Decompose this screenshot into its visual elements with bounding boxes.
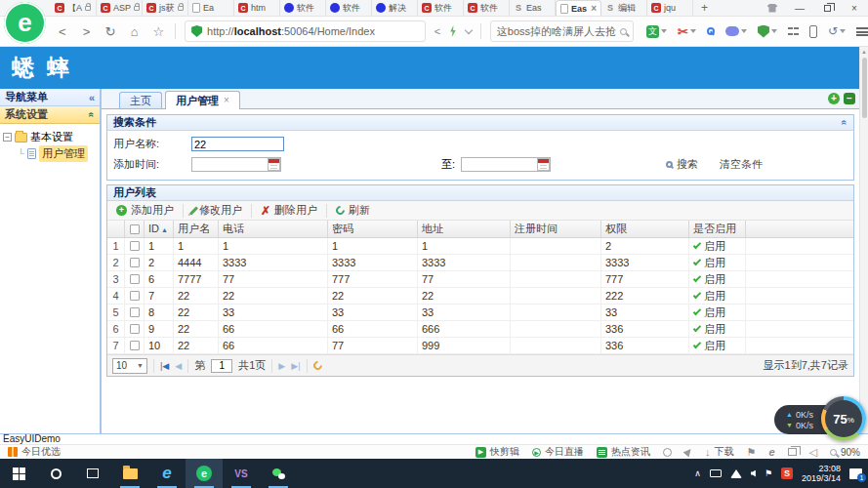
row-checkbox[interactable] [130,241,140,251]
pin-icon[interactable] [682,446,693,457]
tree-node-user-management[interactable]: └ 用户管理 [3,145,97,162]
share-button[interactable]: < [434,25,440,37]
panel-collapse-icon[interactable]: « [840,120,850,126]
tab-user-management[interactable]: 用户管理× [165,91,240,109]
restore-button[interactable] [813,0,841,17]
refresh-button[interactable]: 刷新 [331,202,375,219]
daily-picks-button[interactable]: 今日优选 [8,445,61,459]
row-checkbox[interactable] [130,291,140,301]
search-button[interactable]: 搜索 [666,157,698,172]
row-checkbox[interactable] [130,307,140,317]
addtime-to-field[interactable] [461,157,551,172]
caret-icon[interactable] [661,29,667,33]
add-tab-button[interactable]: + [828,93,840,104]
screenshot-scissors-icon[interactable]: ✂ [678,24,688,39]
column-header-password[interactable]: 密码 [328,221,418,237]
translate-extension-icon[interactable]: 文 [646,25,659,38]
tree-node-label[interactable]: 基本设置 [30,130,73,144]
quick-clip-button[interactable]: ▶快剪辑 [475,445,519,459]
back-button[interactable]: < [55,24,70,39]
caret-icon[interactable] [741,29,747,33]
memory-gauge[interactable]: 75% [821,396,866,441]
favorite-star-button[interactable]: ☆ [151,24,167,39]
column-header-username[interactable]: 用户名 [174,221,219,237]
browser-tab[interactable]: C软件 [464,0,510,16]
apps-grid-icon[interactable] [788,26,799,37]
find-extension-icon[interactable] [707,27,715,35]
column-header-address[interactable]: 地址 [418,221,511,237]
browser-tab[interactable]: SEas [510,0,556,16]
browser-tab[interactable]: S编辑 [601,0,647,16]
search-icon[interactable] [620,28,627,35]
mobile-sync-icon[interactable] [809,25,817,38]
browser-tab[interactable]: 解决 [372,0,418,16]
misc-circle-icon[interactable] [663,448,672,457]
row-checkbox[interactable] [130,324,140,334]
browser-tab[interactable]: CASP [97,0,143,16]
edge-button[interactable]: e [148,459,186,488]
search-hotword[interactable]: 这boss掉的啥满屏人去抢 [497,24,616,39]
delete-user-button[interactable]: ✗删除用户 [256,202,322,219]
tree-node-basic-settings[interactable]: − 基本设置 [3,129,97,145]
tab-home[interactable]: 主页 [119,92,162,108]
cortana-button[interactable] [37,459,74,488]
calendar-icon[interactable] [537,158,550,171]
menu-hamburger-icon[interactable] [856,27,868,36]
column-header-regtime[interactable]: 注册时间 [511,221,601,237]
scrollbar-thumb[interactable] [862,58,867,118]
forward-button[interactable]: > [79,24,95,39]
browser-tab[interactable]: Ea [188,0,234,16]
page-size-select[interactable]: 10▼ [112,358,147,374]
close-button[interactable]: × [841,0,868,17]
file-explorer-button[interactable] [111,459,148,488]
caret-icon[interactable] [690,29,696,33]
tab-close-icon[interactable]: × [591,3,597,14]
visual-studio-button[interactable]: VS [223,459,260,488]
browser-logo[interactable]: e [4,2,46,44]
tab-close-icon[interactable]: × [224,93,229,108]
browser-tab[interactable]: C【A [51,0,97,16]
browser-tab[interactable]: 软件 [280,0,326,16]
page-number-input[interactable] [211,359,232,373]
minimize-button[interactable]: — [786,0,813,17]
keyboard-icon[interactable] [710,469,722,477]
speed-mode-icon[interactable] [449,25,457,37]
column-header-id[interactable]: ID▲ [145,221,174,237]
addtime-from-field[interactable] [191,157,281,172]
live-today-button[interactable]: ▶今日直播 [532,445,584,459]
flag-icon[interactable]: ⚑ [747,446,757,459]
sogou-input-icon[interactable]: S [781,468,793,479]
table-row[interactable]: 2 2 4444 3333 3333 3333 3333 启用 [107,255,853,271]
zoom-control[interactable]: 90% [830,447,860,458]
tree-collapse-icon[interactable]: − [3,133,12,142]
taskbar-clock[interactable]: 23:08 2019/3/14 [802,464,841,483]
multi-window-icon[interactable] [788,448,797,456]
pager-refresh-icon[interactable] [311,359,324,372]
restore-session-icon[interactable]: ↺ [828,24,838,38]
table-row[interactable]: 3 6 7777 77 777 77 777 启用 [107,271,853,288]
browser-360-button[interactable]: e [186,459,223,488]
last-page-button[interactable]: ▶| [291,361,300,371]
prev-page-button[interactable]: ◀ [175,361,182,371]
browser-tab[interactable]: 软件 [326,0,372,16]
address-bar[interactable]: http://localhost:50064/Home/Index [185,20,426,42]
caret-icon[interactable] [771,29,777,33]
table-row[interactable]: 6 9 22 66 66 666 336 启用 [107,321,853,338]
table-row[interactable]: 7 10 22 66 77 999 336 启用 [107,338,853,354]
select-all-checkbox[interactable] [130,224,140,234]
theme-skin-button[interactable] [759,0,786,17]
speed-widget[interactable]: ▲0K/s ▼0K/s 75% [774,396,868,443]
wechat-button[interactable] [260,459,297,488]
caret-icon[interactable] [840,29,846,33]
hot-news-button[interactable]: 热点资讯 [597,445,650,459]
browser-tab[interactable]: Cjs获 [143,0,188,16]
row-checkbox[interactable] [130,258,140,267]
clear-conditions-button[interactable]: 清空条件 [720,157,763,172]
table-row[interactable]: 1 1 1 1 1 1 2 启用 [107,238,853,255]
mute-speaker-icon[interactable]: ◁ [809,446,817,459]
tree-node-label-selected[interactable]: 用户管理 [39,145,88,162]
accordion-system-settings[interactable]: 系统设置 « [0,106,100,124]
collapse-tabs-button[interactable]: − [844,93,855,104]
row-checkbox[interactable] [130,341,140,350]
volume-icon[interactable] [751,470,756,477]
